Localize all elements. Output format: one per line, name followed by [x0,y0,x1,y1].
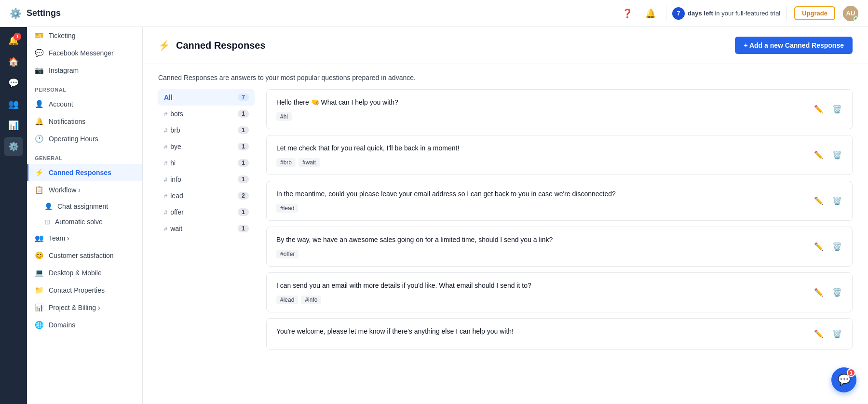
edit-response-button[interactable]: ✏️ [812,327,826,341]
filter-hash-symbol: # [164,160,167,167]
filter-item-wait[interactable]: #wait1 [158,220,255,237]
response-text: I can send you an email with more detail… [276,281,842,291]
sidebar-item-workflow[interactable]: 📋 Workflow › [27,181,142,199]
filter-label-text: info [170,175,181,183]
responses-list: Hello there 🤜 What can I help you with?#… [266,89,853,355]
edit-response-button[interactable]: ✏️ [812,148,826,162]
notifications-button[interactable]: 🔔 [643,6,658,21]
sidebar-item-desktop-mobile[interactable]: 💻 Desktop & Mobile [27,264,142,282]
sidebar-item-notifications[interactable]: 🔔 Notifications [27,113,142,130]
chat-bubble-button[interactable]: 💬 1 [831,367,856,392]
filter-item-bots[interactable]: #bots1 [158,106,255,122]
sidebar-item-account[interactable]: 👤 Account [27,95,142,113]
customer-sat-icon: 😊 [35,251,44,260]
sidebar-item-chat-assignment[interactable]: 👤 Chat assignment [27,199,142,214]
sidebar-item-ticketing[interactable]: 🎫 Ticketing [27,27,142,44]
account-icon: 👤 [35,100,44,108]
sidebar-item-customer-satisfaction[interactable]: 😊 Customer satisfaction [27,247,142,264]
avatar[interactable]: AU [843,6,858,21]
response-actions: ✏️🗑️ [812,194,844,208]
filter-count-badge: 1 [238,225,249,232]
filter-content: All7#bots1#brb1#bye1#hi1#info1#lead2#off… [143,89,868,371]
filter-item-label: All [164,94,173,101]
sidebar-icon-home[interactable]: 🏠 [4,52,23,71]
sidebar-item-project-billing[interactable]: 📊 Project & Billing › [27,299,142,316]
upgrade-button[interactable]: Upgrade [794,6,835,20]
delete-response-button[interactable]: 🗑️ [830,285,844,300]
response-text: Let me check that for you real quick, I'… [276,143,842,153]
settings-gear-icon: ⚙️ [8,141,19,152]
sidebar-item-facebook[interactable]: 💬 Facebook Messenger [27,44,142,62]
filter-label-text: lead [170,192,183,200]
response-tags: #lead#info [276,296,842,304]
filter-item-offer[interactable]: #offer1 [158,204,255,220]
response-tags: #offer [276,250,842,258]
filter-hash-symbol: # [164,225,167,232]
sidebar-icon-settings[interactable]: ⚙️ [4,137,23,156]
sidebar-item-contact-properties[interactable]: 📁 Contact Properties [27,282,142,299]
filter-count-badge: 7 [238,94,249,101]
sidebar-item-operating-hours[interactable]: 🕐 Operating Hours [27,130,142,148]
filter-item-brb[interactable]: #brb1 [158,122,255,138]
response-tag: #wait [298,158,320,167]
bolt-icon: ⚡ [158,40,170,51]
facebook-icon: 💬 [35,49,44,57]
edit-response-button[interactable]: ✏️ [812,194,826,208]
edit-response-button[interactable]: ✏️ [812,102,826,117]
contacts-icon: 👥 [8,99,19,109]
response-tag: #offer [276,250,298,258]
sidebar-item-automatic-solve[interactable]: ⊡ Automatic solve [27,214,142,229]
response-actions: ✏️🗑️ [812,285,844,300]
delete-response-button[interactable]: 🗑️ [830,194,844,208]
delete-response-button[interactable]: 🗑️ [830,148,844,162]
response-tags: #hi [276,112,842,121]
sidebar-item-label: Domains [49,321,75,329]
sidebar-icon-notifications[interactable]: 🔔 1 [4,31,23,50]
instagram-icon: 📷 [35,66,44,75]
sidebar-icon-reports[interactable]: 📊 [4,116,23,135]
canned-responses-icon: ⚡ [35,168,44,177]
filter-item-info[interactable]: #info1 [158,171,255,188]
sidebar-section-general: GENERAL ⚡ Canned Responses 📋 Workflow › … [27,148,142,334]
delete-response-button[interactable]: 🗑️ [830,102,844,117]
response-actions: ✏️🗑️ [812,327,844,341]
filter-item-label: #brb [164,126,180,134]
response-actions: ✏️🗑️ [812,148,844,162]
sidebar-item-canned-responses[interactable]: ⚡ Canned Responses [27,164,142,181]
filter-label-text: offer [170,208,184,216]
sidebar-item-label: Notifications [49,118,85,125]
filter-label-text: brb [170,126,180,134]
filter-item-lead[interactable]: #lead2 [158,188,255,204]
filter-item-label: #bots [164,110,183,118]
filter-count-badge: 1 [238,175,249,183]
response-tag: #brb [276,158,296,167]
add-canned-response-button[interactable]: + Add a new Canned Response [735,37,853,54]
edit-response-button[interactable]: ✏️ [812,240,826,254]
page-title: Canned Responses [176,40,266,51]
icon-sidebar: 🔔 1 🏠 💬 👥 📊 ⚙️ [0,27,27,404]
workflow-icon: 📋 [35,186,44,194]
filter-item-bye[interactable]: #bye1 [158,138,255,155]
page-header-left: ⚡ Canned Responses [158,40,266,51]
sidebar-icon-contacts[interactable]: 👥 [4,94,23,114]
sidebar-item-domains[interactable]: 🌐 Domains [27,316,142,334]
sidebar-item-team[interactable]: 👥 Team › [27,229,142,247]
delete-response-button[interactable]: 🗑️ [830,327,844,341]
reports-icon: 📊 [8,120,19,131]
filter-count-badge: 1 [238,143,249,150]
filter-item-label: #lead [164,192,183,200]
help-button[interactable]: ❓ [620,6,635,21]
topbar-title: Settings [27,8,61,18]
edit-response-button[interactable]: ✏️ [812,285,826,300]
filter-item-hi[interactable]: #hi1 [158,155,255,171]
response-card: Hello there 🤜 What can I help you with?#… [266,89,853,129]
response-tag: #lead [276,296,298,304]
response-tag: #hi [276,112,292,121]
page-header: ⚡ Canned Responses + Add a new Canned Re… [143,27,868,64]
avatar-online-dot [854,16,858,21]
sidebar-icon-chat[interactable]: 💬 [4,73,23,93]
sidebar-item-instagram[interactable]: 📷 Instagram [27,62,142,79]
delete-response-button[interactable]: 🗑️ [830,240,844,254]
response-text: By the way, we have an awesome sales goi… [276,235,842,245]
filter-item-all[interactable]: All7 [158,89,255,106]
